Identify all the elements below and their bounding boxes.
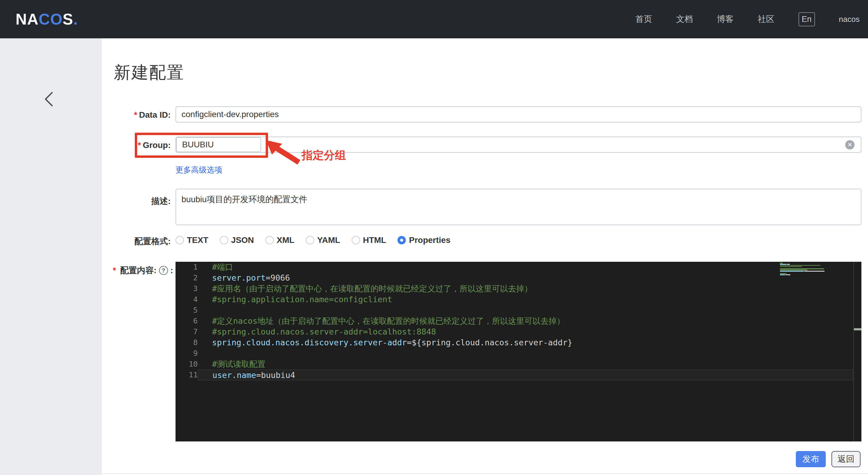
line-number: 10 [176, 359, 198, 370]
radio-circle-icon [176, 236, 184, 244]
annotation-arrow-icon [266, 140, 301, 165]
user-menu[interactable]: nacos [839, 15, 860, 24]
nav-item[interactable]: 首页 [636, 13, 652, 25]
publish-button[interactable]: 发布 [796, 451, 826, 467]
editor-code-area[interactable]: #端口server.port=9066#应用名（由于启动了配置中心，在读取配置的… [198, 262, 853, 380]
logo-infinity-icon: CO [39, 10, 63, 28]
config-content-label: *配置内容: ? : [102, 265, 173, 276]
radio-label: JSON [231, 235, 254, 245]
editor-line-numbers: 1234567891011 [176, 262, 198, 380]
line-number: 11 [176, 370, 198, 380]
format-radio-yaml[interactable]: YAML [306, 235, 340, 245]
required-asterisk: * [134, 110, 137, 120]
logo-dot: . [73, 10, 78, 28]
nav-item[interactable]: 博客 [717, 13, 734, 25]
required-asterisk: * [113, 266, 116, 275]
radio-circle-icon [398, 236, 406, 244]
format-radio-json[interactable]: JSON [220, 235, 254, 245]
clear-group-icon[interactable]: ✕ [845, 140, 855, 150]
logo-text: NA [16, 10, 39, 28]
radio-circle-icon [266, 236, 274, 244]
code-line: #应用名（由于启动了配置中心，在读取配置的时候就已经定义过了，所以这里可以去掉） [198, 283, 853, 294]
top-navbar: NACOS. 首页文档博客社区 En nacos [0, 0, 868, 38]
editor-scrollbar-track [853, 262, 854, 441]
format-radio-group: TEXTJSONXMLYAMLHTMLProperties [176, 235, 451, 245]
format-radio-text[interactable]: TEXT [176, 235, 209, 245]
nacos-logo[interactable]: NACOS. [16, 0, 78, 38]
radio-label: YAML [317, 235, 340, 245]
line-number: 3 [176, 283, 198, 294]
radio-label: XML [277, 235, 294, 245]
line-number: 5 [176, 305, 198, 316]
page-title: 新建配置 [114, 61, 185, 84]
nav-menu: 首页文档博客社区 [636, 13, 775, 25]
code-line: user.name=buubiu4 [198, 370, 853, 380]
code-line: #定义nacos地址（由于启动了配置中心，在读取配置的时候就已经定义过了，所以这… [198, 316, 853, 326]
code-line: server.port=9066 [198, 273, 853, 283]
radio-circle-icon [306, 236, 314, 244]
format-radio-html[interactable]: HTML [352, 235, 386, 245]
radio-label: TEXT [187, 235, 209, 245]
line-number: 2 [176, 273, 198, 283]
line-number: 4 [176, 294, 198, 305]
line-number: 9 [176, 348, 198, 359]
editor-scrollbar-thumb[interactable] [854, 328, 861, 330]
line-number: 6 [176, 316, 198, 326]
radio-label: Properties [409, 235, 451, 245]
code-line: #spring.application.name=configclient [198, 294, 853, 305]
format-radio-xml[interactable]: XML [266, 235, 294, 245]
nav-item[interactable]: 社区 [758, 13, 775, 25]
collapse-back-chevron-icon[interactable] [42, 91, 56, 107]
radio-circle-icon [220, 236, 228, 244]
nacos-new-config-page: NACOS. 首页文档博客社区 En nacos 新建配置 *Data ID: … [0, 0, 868, 475]
editor-minimap[interactable] [780, 263, 852, 278]
language-toggle-button[interactable]: En [799, 12, 815, 26]
back-button[interactable]: 返回 [832, 451, 861, 467]
format-radio-properties[interactable]: Properties [398, 235, 451, 245]
navbar-right: 首页文档博客社区 En nacos [636, 0, 860, 38]
line-number: 7 [176, 326, 198, 337]
format-label: 配置格式: [90, 236, 171, 247]
code-line [198, 305, 853, 316]
line-number: 8 [176, 337, 198, 348]
code-line: spring.cloud.nacos.discovery.server-addr… [198, 337, 853, 348]
footer-divider [102, 473, 868, 474]
annotation-text: 指定分组 [302, 148, 346, 163]
content-label-suffix: : [170, 266, 173, 275]
config-content-editor[interactable]: 1234567891011 #端口server.port=9066#应用名（由于… [176, 262, 861, 441]
logo-text-2: S [63, 10, 73, 28]
code-line: #端口 [198, 262, 853, 273]
description-textarea[interactable]: buubiu项目的开发环境的配置文件 [176, 189, 861, 225]
code-line: #spring.cloud.nacos.server-addr=localhos… [198, 326, 853, 337]
radio-label: HTML [363, 235, 386, 245]
code-line [198, 348, 853, 359]
nav-item[interactable]: 文档 [676, 13, 693, 25]
radio-circle-icon [352, 236, 360, 244]
line-number: 1 [176, 262, 198, 273]
group-label: *Group: [90, 140, 171, 150]
description-label: 描述: [90, 196, 171, 207]
more-advanced-options-link[interactable]: 更多高级选项 [176, 165, 222, 175]
code-line: #测试读取配置 [198, 359, 853, 370]
group-input[interactable] [176, 137, 261, 152]
required-asterisk: * [138, 140, 141, 150]
help-question-icon[interactable]: ? [159, 266, 168, 275]
data-id-input[interactable] [176, 106, 861, 123]
data-id-label: *Data ID: [90, 110, 171, 120]
sidebar [0, 38, 102, 475]
